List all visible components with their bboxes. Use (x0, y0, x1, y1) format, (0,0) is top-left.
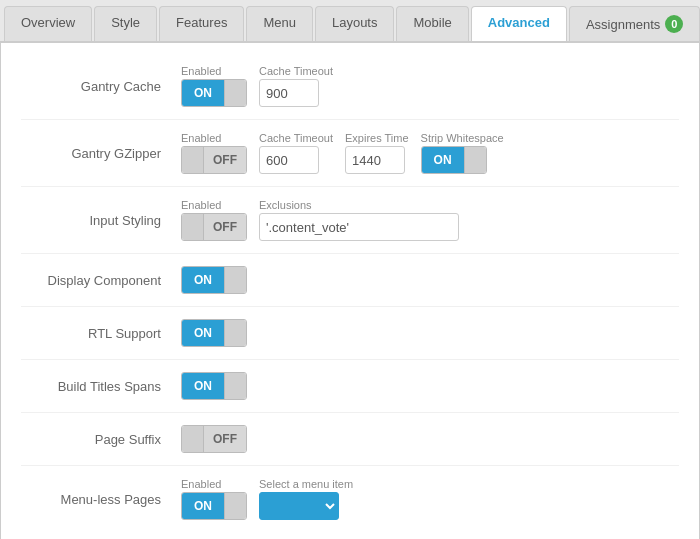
control-group-gantry-gzipper-2: Expires Time (345, 132, 409, 174)
toggle-menu-less-pages-0[interactable]: ON (181, 492, 247, 520)
control-label-menu-less-pages-0: Enabled (181, 478, 221, 490)
setting-label-gantry-cache: Gantry Cache (21, 79, 181, 94)
toggle-handle (464, 147, 486, 173)
setting-row-display-component: Display ComponentON (21, 254, 679, 307)
setting-row-gantry-cache: Gantry CacheEnabledONCache Timeout (21, 53, 679, 120)
control-group-gantry-gzipper-1: Cache Timeout (259, 132, 333, 174)
toggle-on-label: ON (182, 320, 224, 346)
setting-controls-menu-less-pages: EnabledONSelect a menu item (181, 478, 353, 520)
setting-label-menu-less-pages: Menu-less Pages (21, 492, 181, 507)
text-input-input-styling-1[interactable] (259, 213, 459, 241)
control-label-gantry-cache-0: Enabled (181, 65, 221, 77)
toggle-handle (224, 493, 246, 519)
setting-row-input-styling: Input StylingEnabledOFFExclusions (21, 187, 679, 254)
tab-label: Style (111, 15, 140, 30)
toggle-gantry-cache-0[interactable]: ON (181, 79, 247, 107)
tabs-bar: OverviewStyleFeaturesMenuLayoutsMobileAd… (0, 0, 700, 43)
toggle-gantry-gzipper-3[interactable]: ON (421, 146, 487, 174)
toggle-build-titles-spans-0[interactable]: ON (181, 372, 247, 400)
setting-row-rtl-support: RTL SupportON (21, 307, 679, 360)
tab-features[interactable]: Features (159, 6, 244, 41)
toggle-off-label: OFF (204, 147, 246, 173)
tab-label: Overview (21, 15, 75, 30)
setting-row-page-suffix: Page SuffixOFF (21, 413, 679, 466)
control-label-gantry-gzipper-2: Expires Time (345, 132, 409, 144)
tab-label: Features (176, 15, 227, 30)
toggle-handle (224, 373, 246, 399)
toggle-gantry-gzipper-0[interactable]: OFF (181, 146, 247, 174)
control-group-display-component-0: ON (181, 266, 247, 294)
toggle-on-label: ON (182, 493, 224, 519)
setting-row-gantry-gzipper: Gantry GZipperEnabledOFFCache TimeoutExp… (21, 120, 679, 187)
tab-label: Mobile (413, 15, 451, 30)
setting-controls-gantry-gzipper: EnabledOFFCache TimeoutExpires TimeStrip… (181, 132, 504, 174)
toggle-rtl-support-0[interactable]: ON (181, 319, 247, 347)
toggle-on-label: ON (182, 80, 224, 106)
control-group-menu-less-pages-0: EnabledON (181, 478, 247, 520)
content-area: Gantry CacheEnabledONCache TimeoutGantry… (0, 43, 700, 539)
control-label-gantry-cache-1: Cache Timeout (259, 65, 333, 77)
tab-overview[interactable]: Overview (4, 6, 92, 41)
setting-controls-gantry-cache: EnabledONCache Timeout (181, 65, 333, 107)
tab-label: Advanced (488, 15, 550, 30)
toggle-handle (224, 80, 246, 106)
text-input-gantry-gzipper-1[interactable] (259, 146, 319, 174)
setting-controls-input-styling: EnabledOFFExclusions (181, 199, 459, 241)
setting-label-build-titles-spans: Build Titles Spans (21, 379, 181, 394)
setting-label-gantry-gzipper: Gantry GZipper (21, 146, 181, 161)
control-group-input-styling-1: Exclusions (259, 199, 459, 241)
setting-controls-rtl-support: ON (181, 319, 247, 347)
toggle-off-label: OFF (204, 214, 246, 240)
control-group-rtl-support-0: ON (181, 319, 247, 347)
setting-label-display-component: Display Component (21, 273, 181, 288)
control-group-build-titles-spans-0: ON (181, 372, 247, 400)
setting-row-menu-less-pages: Menu-less PagesEnabledONSelect a menu it… (21, 466, 679, 532)
toggle-display-component-0[interactable]: ON (181, 266, 247, 294)
tab-advanced[interactable]: Advanced (471, 6, 567, 41)
control-group-menu-less-pages-1: Select a menu item (259, 478, 353, 520)
setting-label-page-suffix: Page Suffix (21, 432, 181, 447)
assignments-badge: 0 (665, 15, 683, 33)
toggle-on-label: ON (422, 147, 464, 173)
toggle-input-styling-0[interactable]: OFF (181, 213, 247, 241)
setting-controls-build-titles-spans: ON (181, 372, 247, 400)
tab-label: Assignments (586, 17, 660, 32)
control-group-gantry-cache-0: EnabledON (181, 65, 247, 107)
control-label-input-styling-0: Enabled (181, 199, 221, 211)
tab-mobile[interactable]: Mobile (396, 6, 468, 41)
control-label-menu-less-pages-1: Select a menu item (259, 478, 353, 490)
setting-controls-display-component: ON (181, 266, 247, 294)
tab-menu[interactable]: Menu (246, 6, 313, 41)
control-label-gantry-gzipper-1: Cache Timeout (259, 132, 333, 144)
tab-layouts[interactable]: Layouts (315, 6, 395, 41)
control-label-input-styling-1: Exclusions (259, 199, 312, 211)
tab-style[interactable]: Style (94, 6, 157, 41)
setting-controls-page-suffix: OFF (181, 425, 247, 453)
setting-label-rtl-support: RTL Support (21, 326, 181, 341)
toggle-handle (182, 147, 204, 173)
toggle-page-suffix-0[interactable]: OFF (181, 425, 247, 453)
toggle-handle (224, 267, 246, 293)
select-menu-less-pages-1[interactable] (259, 492, 339, 520)
tab-label: Layouts (332, 15, 378, 30)
text-input-gantry-gzipper-2[interactable] (345, 146, 405, 174)
control-label-gantry-gzipper-3: Strip Whitespace (421, 132, 504, 144)
toggle-handle (182, 214, 204, 240)
control-group-page-suffix-0: OFF (181, 425, 247, 453)
control-group-gantry-cache-1: Cache Timeout (259, 65, 333, 107)
tab-assignments[interactable]: Assignments 0 (569, 6, 700, 41)
toggle-handle (182, 426, 204, 452)
control-group-gantry-gzipper-3: Strip WhitespaceON (421, 132, 504, 174)
toggle-on-label: ON (182, 267, 224, 293)
control-group-input-styling-0: EnabledOFF (181, 199, 247, 241)
text-input-gantry-cache-1[interactable] (259, 79, 319, 107)
setting-row-build-titles-spans: Build Titles SpansON (21, 360, 679, 413)
toggle-off-label: OFF (204, 426, 246, 452)
tab-label: Menu (263, 15, 296, 30)
control-label-gantry-gzipper-0: Enabled (181, 132, 221, 144)
toggle-on-label: ON (182, 373, 224, 399)
toggle-handle (224, 320, 246, 346)
control-group-gantry-gzipper-0: EnabledOFF (181, 132, 247, 174)
setting-label-input-styling: Input Styling (21, 213, 181, 228)
